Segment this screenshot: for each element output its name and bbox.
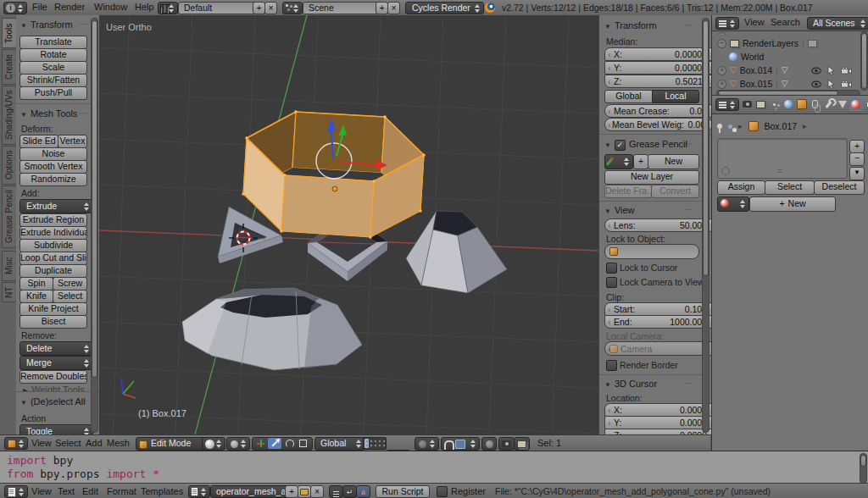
- delete-frame-button[interactable]: Delete Fra...: [604, 185, 652, 198]
- push-pull-button[interactable]: Push/Pull: [19, 86, 87, 100]
- panel-header-3d-cursor[interactable]: 3D Cursor: [604, 379, 657, 389]
- layers-widget-1[interactable]: [363, 437, 387, 450]
- shelf-tab-options[interactable]: Options: [2, 146, 17, 185]
- menu-window[interactable]: Window: [94, 0, 127, 14]
- syntax-highlight-toggle[interactable]: a: [356, 485, 370, 498]
- snap-widget[interactable]: [441, 437, 480, 451]
- local-button[interactable]: Local: [652, 90, 699, 103]
- scale-button[interactable]: Scale: [19, 61, 87, 75]
- text-editor-scrollbar[interactable]: [860, 453, 867, 484]
- filter-toggle-icon[interactable]: [721, 167, 730, 175]
- manipulator-axes-icon[interactable]: [254, 439, 267, 448]
- viewport-3d[interactable]: User Ortho (1) Box.017: [99, 15, 598, 434]
- word-wrap-toggle[interactable]: ↵: [342, 485, 357, 498]
- screw-button[interactable]: Screw: [53, 277, 87, 290]
- text-datablock-icon-menu[interactable]: [188, 485, 210, 498]
- grease-draw-mode-menu[interactable]: [604, 154, 633, 169]
- visibility-eye-icon[interactable]: [811, 67, 821, 75]
- knife-select-button[interactable]: Select: [53, 290, 87, 303]
- render-border-checkbox[interactable]: [606, 360, 617, 371]
- tab-render[interactable]: [741, 97, 754, 111]
- tab-render-layers[interactable]: [754, 97, 767, 111]
- scrollbar-thumb[interactable]: [92, 20, 97, 378]
- renderability-camera-icon[interactable]: [841, 67, 852, 75]
- menu-mesh[interactable]: Mesh: [107, 436, 130, 451]
- scene-name[interactable]: Scene: [303, 2, 381, 14]
- menu-search[interactable]: Search: [771, 15, 800, 30]
- breadcrumb-object-name[interactable]: Box.017: [765, 121, 798, 131]
- vertex-slide-button[interactable]: Vertex: [58, 135, 87, 148]
- cursor-y-field[interactable]: Y:0.0000: [604, 416, 711, 429]
- extrude-individual-button[interactable]: Extrude Individual: [19, 226, 87, 240]
- convert-button[interactable]: Convert: [651, 185, 699, 198]
- median-x-field[interactable]: X:0.00000: [604, 47, 711, 61]
- panel-grip[interactable]: [684, 378, 692, 388]
- menu-format[interactable]: Format: [107, 484, 136, 498]
- noise-button[interactable]: Noise: [19, 147, 87, 161]
- pentagon-frustum-object[interactable]: [406, 211, 507, 293]
- menu-add[interactable]: Add: [86, 436, 103, 451]
- menu-view[interactable]: View: [31, 436, 52, 451]
- clip-start-slider[interactable]: Start:0.100: [604, 302, 711, 316]
- render-opengl-button[interactable]: [498, 437, 515, 451]
- menu-view[interactable]: View: [31, 484, 52, 498]
- panel-header-transform[interactable]: Transform: [20, 19, 73, 30]
- pin-icon[interactable]: [717, 124, 722, 129]
- remove-material-slot-button[interactable]: −: [849, 152, 865, 166]
- duplicate-button[interactable]: Duplicate: [19, 264, 87, 278]
- merge-menu[interactable]: Merge: [19, 356, 93, 370]
- transform-orientation-select[interactable]: Global: [314, 437, 365, 451]
- text-editor[interactable]: import bpy from bpy.props import *: [0, 451, 868, 484]
- menu-render[interactable]: Render: [54, 0, 85, 14]
- n-panel-scrollbar[interactable]: [702, 18, 709, 433]
- snap-peel-button[interactable]: [481, 437, 497, 451]
- material-browse-menu[interactable]: [717, 196, 749, 212]
- knife-button[interactable]: Knife: [19, 290, 53, 303]
- tab-object-data[interactable]: [836, 97, 849, 111]
- delete-menu[interactable]: Delete: [19, 341, 93, 356]
- viewport-shading-select[interactable]: [202, 437, 225, 451]
- lock-to-cursor-checkbox[interactable]: [606, 263, 617, 274]
- add-scene-button[interactable]: +: [376, 2, 388, 14]
- outliner-row-world[interactable]: World: [729, 51, 764, 63]
- subdivide-button[interactable]: Subdivide: [19, 239, 87, 252]
- menu-select[interactable]: Select: [55, 436, 81, 451]
- toolshelf-scrollbar[interactable]: [91, 18, 98, 433]
- menu-templates[interactable]: Templates: [141, 484, 183, 498]
- renderability-camera-icon[interactable]: [841, 80, 852, 88]
- shelf-tab-tools[interactable]: Tools: [2, 18, 17, 48]
- shrink-fatten-button[interactable]: Shrink/Fatten: [19, 74, 87, 87]
- tab-object[interactable]: [795, 97, 808, 111]
- editor-type-selector[interactable]: i: [3, 2, 27, 14]
- panel-header-view[interactable]: View: [604, 205, 635, 215]
- scene-row-clipped[interactable]: −: [717, 30, 853, 35]
- screen-layout-icon-button[interactable]: [158, 2, 178, 14]
- menu-edit[interactable]: Edit: [82, 484, 98, 498]
- tab-modifiers[interactable]: [822, 97, 835, 111]
- panel-header-deselect-all[interactable]: (De)select All: [20, 396, 86, 407]
- assign-button[interactable]: Assign: [717, 180, 765, 195]
- tab-scene[interactable]: [768, 97, 781, 111]
- visibility-eye-icon[interactable]: [811, 80, 821, 88]
- rotate-button[interactable]: Rotate: [19, 48, 87, 62]
- proportional-edit-select[interactable]: [415, 437, 439, 451]
- pivot-point-select[interactable]: [226, 437, 250, 451]
- scene-icon-button[interactable]: [282, 2, 303, 14]
- shelf-tab-misc[interactable]: Misc: [2, 251, 17, 281]
- add-layout-button[interactable]: +: [253, 2, 265, 14]
- lock-object-field[interactable]: [604, 244, 699, 259]
- panel-header-grease-pencil[interactable]: Grease Pencil: [604, 139, 687, 151]
- new-material-button[interactable]: +New: [749, 196, 836, 212]
- local-camera-field[interactable]: Camera ×: [604, 341, 711, 356]
- translate-manipulator-button[interactable]: [268, 438, 281, 449]
- add-material-slot-button[interactable]: +: [849, 140, 865, 153]
- close-layout-button[interactable]: ×: [264, 2, 277, 14]
- panel-grip[interactable]: [79, 396, 86, 406]
- line-numbers-toggle[interactable]: [329, 485, 343, 498]
- clip-end-slider[interactable]: End:1000.000: [604, 315, 711, 329]
- tab-constraints[interactable]: [809, 97, 821, 111]
- panel-grip[interactable]: [79, 108, 86, 118]
- tab-material-active[interactable]: [849, 97, 862, 111]
- screen-layout-name[interactable]: Default: [178, 2, 258, 14]
- close-scene-button[interactable]: ×: [387, 2, 400, 14]
